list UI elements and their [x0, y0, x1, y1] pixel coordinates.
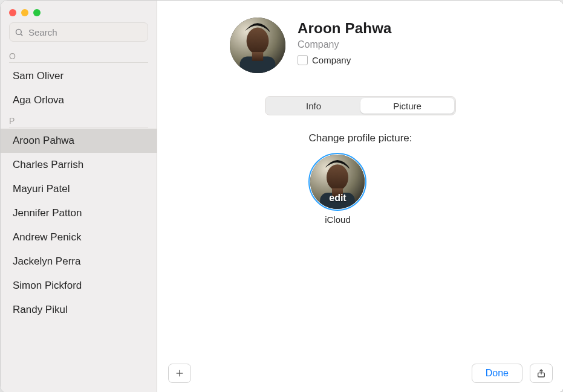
list-item[interactable]: Andrew Penick — [1, 225, 157, 249]
done-button[interactable]: Done — [472, 364, 522, 383]
detail-footer: Done — [157, 358, 563, 392]
edit-overlay-label[interactable]: edit — [329, 193, 346, 204]
picture-source-tile[interactable]: edit iCloud — [308, 153, 366, 225]
list-item[interactable]: Randy Pikul — [1, 298, 157, 322]
search-field[interactable] — [9, 22, 148, 42]
footer-left — [168, 364, 191, 383]
search-input[interactable] — [27, 27, 145, 38]
tab-bar: Info Picture — [157, 96, 563, 115]
name-field[interactable]: Aroon Pahwa — [298, 20, 479, 37]
section-header-p: P — [9, 116, 148, 127]
svg-rect-5 — [252, 52, 263, 61]
list-item[interactable]: Sam Oliver — [1, 64, 157, 88]
picture-thumbnail-ring: edit — [308, 153, 366, 211]
window-body: O Sam Oliver Aga Orlova P Aroon Pahwa Ch… — [1, 1, 563, 392]
sidebar: O Sam Oliver Aga Orlova P Aroon Pahwa Ch… — [1, 1, 157, 392]
minimize-window-button[interactable] — [21, 9, 28, 16]
picture-tab-content: Change profile picture: — [157, 115, 563, 225]
company-field[interactable]: Company — [298, 39, 479, 50]
list-item[interactable]: Simon Pickford — [1, 274, 157, 298]
avatar-image — [230, 18, 285, 73]
search-icon — [15, 28, 24, 37]
change-picture-label: Change profile picture: — [308, 132, 412, 144]
close-window-button[interactable] — [9, 9, 16, 16]
share-button[interactable] — [530, 364, 553, 383]
svg-point-0 — [16, 29, 22, 34]
list-item[interactable]: Mayuri Patel — [1, 177, 157, 201]
svg-line-1 — [21, 34, 22, 36]
avatar[interactable] — [230, 18, 285, 73]
tab-info[interactable]: Info — [267, 98, 360, 114]
list-item[interactable]: Jackelyn Perra — [1, 249, 157, 274]
company-checkbox-label: Company — [312, 55, 351, 65]
svg-point-3 — [247, 28, 269, 54]
window-controls — [1, 1, 157, 22]
contacts-list[interactable]: O Sam Oliver Aga Orlova P Aroon Pahwa Ch… — [1, 47, 157, 392]
list-item-selected[interactable]: Aroon Pahwa — [1, 129, 157, 153]
contacts-window: O Sam Oliver Aga Orlova P Aroon Pahwa Ch… — [0, 0, 563, 392]
section-header-o: O — [9, 51, 148, 63]
search-container — [1, 22, 157, 47]
list-item[interactable]: Charles Parrish — [1, 153, 157, 177]
picture-source-label: iCloud — [325, 214, 351, 225]
add-button[interactable] — [168, 364, 191, 383]
plus-icon — [175, 368, 184, 378]
contact-header: Aroon Pahwa Company Company — [157, 1, 563, 78]
contact-detail: Aroon Pahwa Company Company Info Picture… — [157, 1, 563, 392]
tab-picture[interactable]: Picture — [360, 98, 454, 114]
footer-right: Done — [472, 364, 553, 383]
list-item[interactable]: Aga Orlova — [1, 88, 157, 112]
company-checkbox[interactable] — [298, 55, 308, 65]
share-icon — [536, 368, 546, 379]
segmented-control[interactable]: Info Picture — [265, 96, 456, 115]
zoom-window-button[interactable] — [33, 9, 41, 16]
svg-point-7 — [327, 164, 348, 190]
company-checkbox-row: Company — [298, 55, 479, 65]
list-item[interactable]: Jennifer Patton — [1, 201, 157, 225]
header-fields: Aroon Pahwa Company Company — [298, 20, 479, 73]
